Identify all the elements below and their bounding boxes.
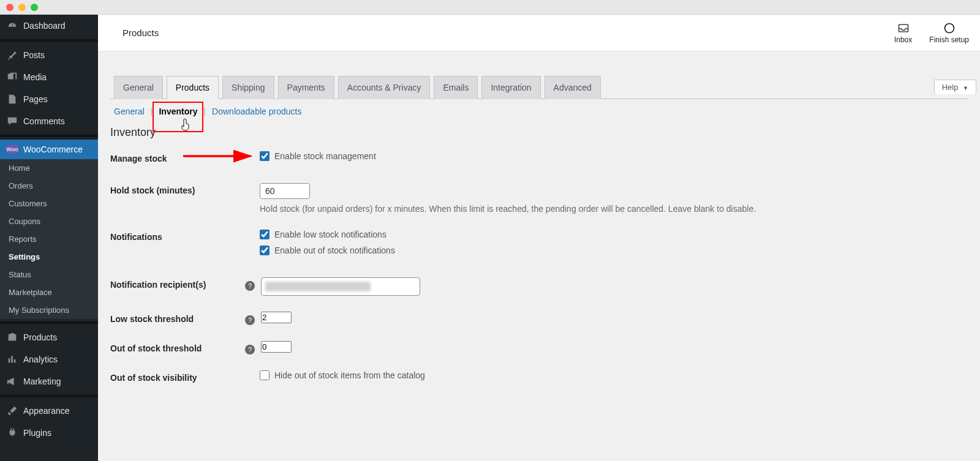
- tab-accounts-privacy[interactable]: Accounts & Privacy: [338, 76, 431, 99]
- sidebar-item-label: Analytics: [23, 354, 58, 364]
- finish-setup-label: Finish setup: [929, 36, 969, 44]
- minimize-window-dot[interactable]: [18, 4, 26, 11]
- tab-shipping[interactable]: Shipping: [222, 76, 274, 99]
- inbox-icon: [897, 22, 910, 34]
- row-low-stock-threshold: Low stock threshold ?: [110, 312, 968, 325]
- manage-stock-checkbox[interactable]: [260, 151, 270, 161]
- woocommerce-submenu: Home Orders Customers Coupons Reports Se…: [0, 159, 98, 319]
- manage-stock-option[interactable]: Enable stock management: [260, 151, 968, 161]
- main-content-area: Products Inbox Finish setup Help ▼ Gener…: [98, 15, 980, 461]
- sidebar-item-woocommerce[interactable]: Woo WooCommerce: [0, 140, 98, 159]
- tab-products[interactable]: Products: [167, 76, 219, 99]
- sidebar-item-label: Posts: [23, 50, 45, 60]
- help-label: Help: [942, 83, 959, 92]
- submenu-my-subscriptions[interactable]: My Subscriptions: [0, 301, 98, 319]
- label-notifications: Notifications: [110, 230, 260, 242]
- sidebar-item-label: Marketing: [23, 377, 61, 386]
- tab-integration[interactable]: Integration: [481, 76, 540, 99]
- subtab-general[interactable]: General: [111, 105, 147, 118]
- label-hold-stock: Hold stock (minutes): [110, 183, 260, 195]
- hold-stock-input[interactable]: [260, 183, 310, 199]
- finish-setup-button[interactable]: Finish setup: [929, 22, 969, 44]
- sidebar-item-label: Appearance: [23, 406, 70, 416]
- submenu-settings[interactable]: Settings: [0, 248, 98, 266]
- help-icon[interactable]: ?: [245, 315, 255, 325]
- svg-rect-0: [899, 24, 908, 32]
- sidebar-item-products[interactable]: Products: [0, 326, 98, 348]
- row-manage-stock: Manage stock Enable stock management: [110, 151, 968, 167]
- label-oos-threshold: Out of stock threshold: [110, 341, 245, 353]
- submenu-home[interactable]: Home: [0, 159, 98, 177]
- low-stock-notif-checkbox[interactable]: [260, 230, 270, 239]
- sidebar-item-label: Dashboard: [23, 21, 66, 31]
- sidebar-item-label: WooCommerce: [23, 144, 83, 154]
- sidebar-item-media[interactable]: Media: [0, 66, 98, 88]
- bars-icon: [6, 353, 18, 365]
- sidebar-item-analytics[interactable]: Analytics: [0, 348, 98, 370]
- help-icon[interactable]: ?: [245, 281, 255, 291]
- submenu-reports[interactable]: Reports: [0, 230, 98, 248]
- row-notification-recipients: Notification recipient(s) ?: [110, 277, 968, 296]
- sidebar-item-comments[interactable]: Comments: [0, 110, 98, 132]
- admin-sidebar: Dashboard Posts Media Pages Comments Woo…: [0, 15, 98, 461]
- finish-setup-icon: [943, 22, 956, 34]
- megaphone-icon: [6, 375, 18, 388]
- submenu-marketplace[interactable]: Marketplace: [0, 283, 98, 301]
- subtab-inventory[interactable]: Inventory: [156, 105, 200, 118]
- sidebar-item-appearance[interactable]: Appearance: [0, 400, 98, 422]
- comment-icon: [6, 115, 18, 127]
- submenu-status[interactable]: Status: [0, 266, 98, 283]
- sidebar-item-marketing[interactable]: Marketing: [0, 370, 98, 392]
- sidebar-item-posts[interactable]: Posts: [0, 44, 98, 66]
- tab-advanced[interactable]: Advanced: [545, 76, 601, 99]
- svg-point-1: [944, 23, 954, 32]
- oos-visibility-checkbox[interactable]: [260, 370, 270, 380]
- oos-notif-option[interactable]: Enable out of stock notifications: [260, 245, 968, 255]
- label-notification-recipients: Notification recipient(s): [110, 277, 245, 290]
- low-stock-notif-option[interactable]: Enable low stock notifications: [260, 230, 968, 239]
- submenu-customers[interactable]: Customers: [0, 195, 98, 212]
- label-low-stock-threshold: Low stock threshold: [110, 312, 245, 324]
- products-subtabs: General | Inventory | Downloadable produ…: [111, 105, 968, 118]
- inbox-button[interactable]: Inbox: [894, 22, 912, 44]
- row-notifications: Notifications Enable low stock notificat…: [110, 230, 968, 261]
- submenu-orders[interactable]: Orders: [0, 177, 98, 195]
- tab-general[interactable]: General: [114, 76, 163, 99]
- label-manage-stock: Manage stock: [110, 151, 260, 163]
- oos-notif-label: Enable out of stock notifications: [274, 245, 395, 255]
- box-icon: [6, 331, 18, 343]
- sidebar-item-plugins[interactable]: Plugins: [0, 422, 98, 444]
- low-stock-notif-label: Enable low stock notifications: [274, 230, 386, 239]
- page-header-bar: Products Inbox Finish setup: [98, 15, 980, 51]
- inbox-label: Inbox: [894, 36, 912, 44]
- subtab-downloadable-products[interactable]: Downloadable products: [209, 105, 304, 118]
- notification-recipients-input[interactable]: [261, 277, 420, 296]
- media-icon: [6, 71, 18, 83]
- help-icon[interactable]: ?: [245, 345, 255, 354]
- oos-threshold-input[interactable]: [261, 341, 292, 353]
- oos-visibility-option[interactable]: Hide out of stock items from the catalog: [260, 370, 968, 380]
- sidebar-item-dashboard[interactable]: Dashboard: [0, 15, 98, 37]
- close-window-dot[interactable]: [6, 4, 13, 11]
- page-title: Products: [123, 28, 159, 38]
- tab-payments[interactable]: Payments: [278, 76, 334, 99]
- sidebar-item-label: Products: [23, 332, 57, 342]
- help-tab-toggle[interactable]: Help ▼: [934, 80, 976, 94]
- section-heading: Inventory: [110, 126, 968, 139]
- manage-stock-cb-label: Enable stock management: [274, 151, 376, 161]
- plug-icon: [6, 427, 18, 439]
- pin-icon: [6, 49, 18, 61]
- tab-emails[interactable]: Emails: [434, 76, 478, 99]
- submenu-coupons[interactable]: Coupons: [0, 212, 98, 230]
- oos-visibility-cb-label: Hide out of stock items from the catalog: [274, 370, 425, 380]
- low-stock-threshold-input[interactable]: [261, 312, 292, 323]
- window-chrome: [0, 0, 980, 15]
- sidebar-item-label: Plugins: [23, 428, 51, 438]
- row-hold-stock: Hold stock (minutes) Hold stock (for unp…: [110, 183, 968, 214]
- settings-tabs: General Products Shipping Payments Accou…: [110, 76, 968, 99]
- oos-notif-checkbox[interactable]: [260, 245, 270, 255]
- brush-icon: [6, 405, 18, 417]
- row-oos-threshold: Out of stock threshold ?: [110, 341, 968, 354]
- sidebar-item-pages[interactable]: Pages: [0, 88, 98, 110]
- maximize-window-dot[interactable]: [31, 4, 38, 11]
